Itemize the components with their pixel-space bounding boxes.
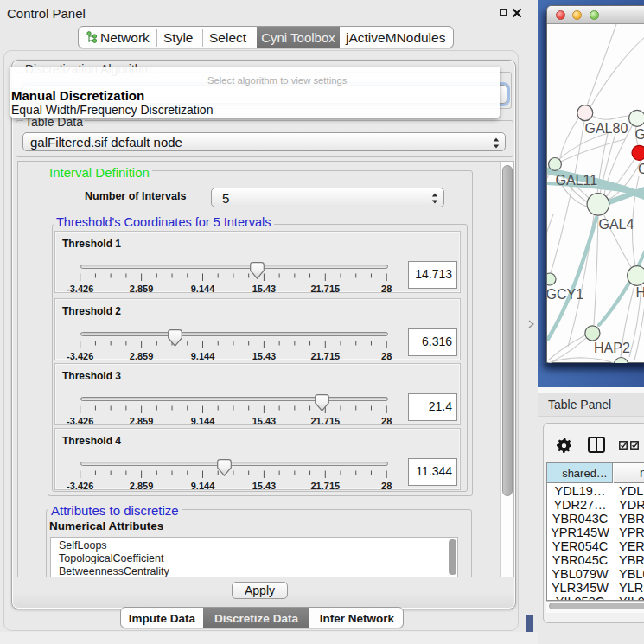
svg-text:GAL11: GAL11 bbox=[556, 173, 598, 188]
svg-text:GA: GA bbox=[635, 127, 644, 142]
svg-text:HAP2: HAP2 bbox=[594, 341, 630, 355]
svg-text:H: H bbox=[636, 285, 644, 300]
svg-text:GAL80: GAL80 bbox=[585, 121, 628, 136]
svg-text:C: C bbox=[638, 162, 644, 176]
svg-text:GAL4: GAL4 bbox=[599, 217, 634, 232]
svg-text:GCY1: GCY1 bbox=[547, 287, 583, 302]
